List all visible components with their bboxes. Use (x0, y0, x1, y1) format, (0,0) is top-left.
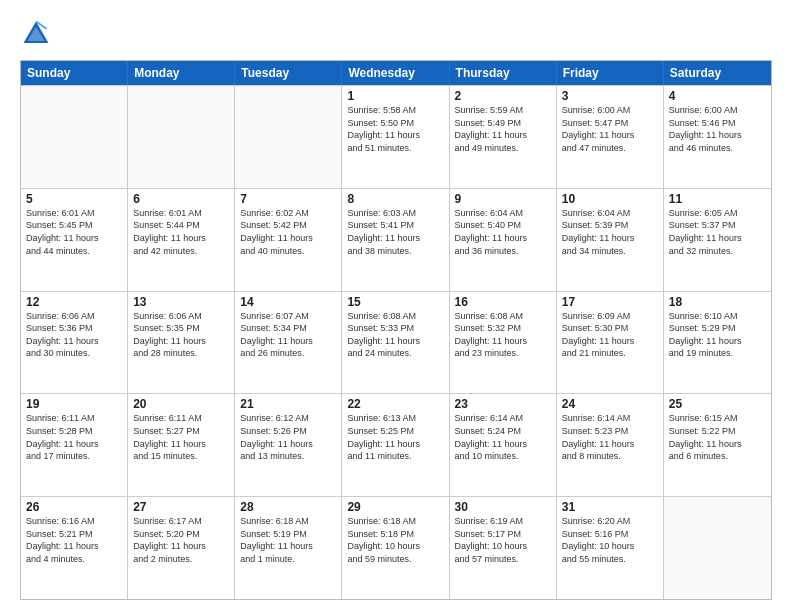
day-number: 25 (669, 397, 766, 411)
day-info: Sunrise: 6:15 AM Sunset: 5:22 PM Dayligh… (669, 412, 766, 462)
page-header (20, 18, 772, 50)
weekday-header: Wednesday (342, 61, 449, 85)
calendar-day-cell: 30Sunrise: 6:19 AM Sunset: 5:17 PM Dayli… (450, 497, 557, 599)
day-number: 16 (455, 295, 551, 309)
day-info: Sunrise: 6:10 AM Sunset: 5:29 PM Dayligh… (669, 310, 766, 360)
day-number: 13 (133, 295, 229, 309)
calendar-day-cell: 9Sunrise: 6:04 AM Sunset: 5:40 PM Daylig… (450, 189, 557, 291)
day-number: 30 (455, 500, 551, 514)
calendar-day-cell: 4Sunrise: 6:00 AM Sunset: 5:46 PM Daylig… (664, 86, 771, 188)
calendar-day-cell: 5Sunrise: 6:01 AM Sunset: 5:45 PM Daylig… (21, 189, 128, 291)
calendar-header: SundayMondayTuesdayWednesdayThursdayFrid… (21, 61, 771, 85)
calendar-day-cell: 2Sunrise: 5:59 AM Sunset: 5:49 PM Daylig… (450, 86, 557, 188)
day-number: 4 (669, 89, 766, 103)
calendar-day-cell: 22Sunrise: 6:13 AM Sunset: 5:25 PM Dayli… (342, 394, 449, 496)
day-number: 1 (347, 89, 443, 103)
weekday-header: Monday (128, 61, 235, 85)
calendar-day-cell: 3Sunrise: 6:00 AM Sunset: 5:47 PM Daylig… (557, 86, 664, 188)
day-info: Sunrise: 6:18 AM Sunset: 5:19 PM Dayligh… (240, 515, 336, 565)
day-info: Sunrise: 6:16 AM Sunset: 5:21 PM Dayligh… (26, 515, 122, 565)
calendar-day-cell: 27Sunrise: 6:17 AM Sunset: 5:20 PM Dayli… (128, 497, 235, 599)
day-info: Sunrise: 6:00 AM Sunset: 5:46 PM Dayligh… (669, 104, 766, 154)
day-info: Sunrise: 5:59 AM Sunset: 5:49 PM Dayligh… (455, 104, 551, 154)
day-number: 26 (26, 500, 122, 514)
calendar-empty-cell (128, 86, 235, 188)
weekday-header: Thursday (450, 61, 557, 85)
day-info: Sunrise: 6:05 AM Sunset: 5:37 PM Dayligh… (669, 207, 766, 257)
day-number: 29 (347, 500, 443, 514)
calendar-day-cell: 11Sunrise: 6:05 AM Sunset: 5:37 PM Dayli… (664, 189, 771, 291)
calendar-day-cell: 14Sunrise: 6:07 AM Sunset: 5:34 PM Dayli… (235, 292, 342, 394)
day-info: Sunrise: 6:03 AM Sunset: 5:41 PM Dayligh… (347, 207, 443, 257)
calendar-day-cell: 1Sunrise: 5:58 AM Sunset: 5:50 PM Daylig… (342, 86, 449, 188)
day-number: 15 (347, 295, 443, 309)
day-info: Sunrise: 6:06 AM Sunset: 5:36 PM Dayligh… (26, 310, 122, 360)
day-number: 27 (133, 500, 229, 514)
day-number: 6 (133, 192, 229, 206)
day-info: Sunrise: 6:11 AM Sunset: 5:28 PM Dayligh… (26, 412, 122, 462)
weekday-header: Saturday (664, 61, 771, 85)
day-number: 20 (133, 397, 229, 411)
weekday-header: Friday (557, 61, 664, 85)
day-info: Sunrise: 6:00 AM Sunset: 5:47 PM Dayligh… (562, 104, 658, 154)
day-number: 24 (562, 397, 658, 411)
calendar-day-cell: 28Sunrise: 6:18 AM Sunset: 5:19 PM Dayli… (235, 497, 342, 599)
calendar-empty-cell (235, 86, 342, 188)
day-number: 9 (455, 192, 551, 206)
calendar-body: 1Sunrise: 5:58 AM Sunset: 5:50 PM Daylig… (21, 85, 771, 599)
day-info: Sunrise: 6:09 AM Sunset: 5:30 PM Dayligh… (562, 310, 658, 360)
day-info: Sunrise: 6:20 AM Sunset: 5:16 PM Dayligh… (562, 515, 658, 565)
day-info: Sunrise: 6:11 AM Sunset: 5:27 PM Dayligh… (133, 412, 229, 462)
calendar-day-cell: 25Sunrise: 6:15 AM Sunset: 5:22 PM Dayli… (664, 394, 771, 496)
day-info: Sunrise: 6:04 AM Sunset: 5:40 PM Dayligh… (455, 207, 551, 257)
day-info: Sunrise: 6:08 AM Sunset: 5:32 PM Dayligh… (455, 310, 551, 360)
logo (20, 18, 58, 50)
day-number: 7 (240, 192, 336, 206)
calendar-empty-cell (21, 86, 128, 188)
calendar-day-cell: 23Sunrise: 6:14 AM Sunset: 5:24 PM Dayli… (450, 394, 557, 496)
day-number: 17 (562, 295, 658, 309)
calendar-day-cell: 21Sunrise: 6:12 AM Sunset: 5:26 PM Dayli… (235, 394, 342, 496)
day-number: 14 (240, 295, 336, 309)
day-info: Sunrise: 6:08 AM Sunset: 5:33 PM Dayligh… (347, 310, 443, 360)
calendar-day-cell: 24Sunrise: 6:14 AM Sunset: 5:23 PM Dayli… (557, 394, 664, 496)
day-number: 2 (455, 89, 551, 103)
calendar-row: 19Sunrise: 6:11 AM Sunset: 5:28 PM Dayli… (21, 393, 771, 496)
day-number: 21 (240, 397, 336, 411)
calendar-day-cell: 20Sunrise: 6:11 AM Sunset: 5:27 PM Dayli… (128, 394, 235, 496)
day-number: 5 (26, 192, 122, 206)
calendar-day-cell: 16Sunrise: 6:08 AM Sunset: 5:32 PM Dayli… (450, 292, 557, 394)
day-info: Sunrise: 6:02 AM Sunset: 5:42 PM Dayligh… (240, 207, 336, 257)
day-number: 23 (455, 397, 551, 411)
day-info: Sunrise: 6:14 AM Sunset: 5:24 PM Dayligh… (455, 412, 551, 462)
calendar-row: 12Sunrise: 6:06 AM Sunset: 5:36 PM Dayli… (21, 291, 771, 394)
day-number: 8 (347, 192, 443, 206)
day-info: Sunrise: 6:17 AM Sunset: 5:20 PM Dayligh… (133, 515, 229, 565)
day-info: Sunrise: 6:14 AM Sunset: 5:23 PM Dayligh… (562, 412, 658, 462)
calendar-row: 1Sunrise: 5:58 AM Sunset: 5:50 PM Daylig… (21, 85, 771, 188)
weekday-header: Tuesday (235, 61, 342, 85)
calendar-day-cell: 29Sunrise: 6:18 AM Sunset: 5:18 PM Dayli… (342, 497, 449, 599)
calendar-day-cell: 18Sunrise: 6:10 AM Sunset: 5:29 PM Dayli… (664, 292, 771, 394)
calendar-day-cell: 15Sunrise: 6:08 AM Sunset: 5:33 PM Dayli… (342, 292, 449, 394)
calendar-day-cell: 26Sunrise: 6:16 AM Sunset: 5:21 PM Dayli… (21, 497, 128, 599)
day-number: 12 (26, 295, 122, 309)
calendar-day-cell: 31Sunrise: 6:20 AM Sunset: 5:16 PM Dayli… (557, 497, 664, 599)
calendar-day-cell: 19Sunrise: 6:11 AM Sunset: 5:28 PM Dayli… (21, 394, 128, 496)
day-number: 31 (562, 500, 658, 514)
day-info: Sunrise: 6:13 AM Sunset: 5:25 PM Dayligh… (347, 412, 443, 462)
calendar-day-cell: 12Sunrise: 6:06 AM Sunset: 5:36 PM Dayli… (21, 292, 128, 394)
day-info: Sunrise: 6:18 AM Sunset: 5:18 PM Dayligh… (347, 515, 443, 565)
day-number: 28 (240, 500, 336, 514)
day-number: 18 (669, 295, 766, 309)
calendar-day-cell: 17Sunrise: 6:09 AM Sunset: 5:30 PM Dayli… (557, 292, 664, 394)
day-info: Sunrise: 6:04 AM Sunset: 5:39 PM Dayligh… (562, 207, 658, 257)
day-number: 19 (26, 397, 122, 411)
day-info: Sunrise: 6:01 AM Sunset: 5:44 PM Dayligh… (133, 207, 229, 257)
day-number: 3 (562, 89, 658, 103)
day-info: Sunrise: 6:19 AM Sunset: 5:17 PM Dayligh… (455, 515, 551, 565)
weekday-header: Sunday (21, 61, 128, 85)
day-number: 10 (562, 192, 658, 206)
calendar-day-cell: 6Sunrise: 6:01 AM Sunset: 5:44 PM Daylig… (128, 189, 235, 291)
calendar-row: 5Sunrise: 6:01 AM Sunset: 5:45 PM Daylig… (21, 188, 771, 291)
